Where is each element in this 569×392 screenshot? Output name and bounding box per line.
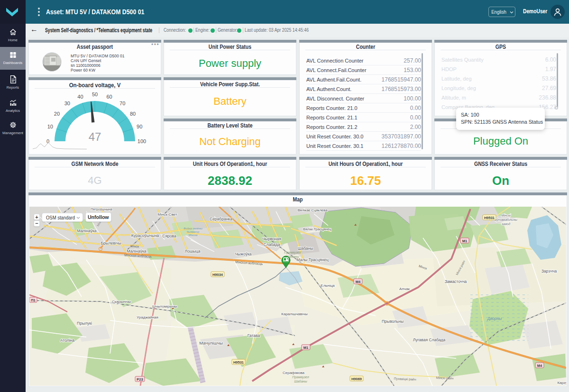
svg-text:50: 50: [92, 91, 98, 97]
svg-text:20: 20: [54, 111, 60, 117]
svg-text:60: 60: [106, 94, 112, 100]
svg-text:Малінаўка: Малінаўка: [127, 249, 146, 254]
svg-text:Мінск: Мінск: [130, 245, 139, 248]
svg-text:Сярова: Сярова: [162, 234, 176, 238]
svg-text:Дворны: Дворны: [487, 316, 502, 321]
svg-text:70: 70: [119, 100, 125, 106]
svg-text:Слабада: Слабада: [264, 242, 280, 247]
svg-text:47: 47: [89, 130, 101, 143]
svg-text:аўтамабільны: аўтамабільны: [495, 218, 518, 222]
svg-text:Прамвузел: Прамвузел: [284, 251, 301, 255]
svg-text:Мачулішчы: Мачулішчы: [199, 340, 223, 346]
svg-text:Скарынічы: Скарынічы: [112, 300, 131, 304]
svg-text:Серабранка: Серабранка: [210, 217, 232, 221]
svg-text:Н9531: Н9531: [233, 360, 244, 365]
svg-text:Н9531: Н9531: [484, 216, 495, 220]
svg-text:Каралішчавічы: Каралішчавічы: [281, 312, 308, 316]
svg-text:Шабаны: Шабаны: [294, 380, 307, 383]
svg-text:М1: М1: [462, 239, 467, 243]
svg-text:Мінскі: Мінскі: [501, 214, 511, 217]
svg-text:Серафімова: Серафімова: [283, 371, 305, 375]
svg-text:Брылевічы: Брылевічы: [101, 241, 121, 246]
svg-text:Чыжоўка: Чыжоўка: [235, 252, 251, 256]
svg-text:10: 10: [47, 124, 53, 129]
svg-text:Атоліна: Атоліна: [60, 338, 74, 343]
svg-text:Лошыца: Лошыца: [185, 249, 201, 254]
svg-text:Прамвузел: Прамвузел: [292, 375, 309, 379]
svg-text:завод: завод: [501, 222, 510, 226]
svg-text:дыяметр: дыяметр: [187, 230, 200, 233]
svg-text:М4: М4: [356, 280, 361, 284]
svg-text:Курасоўшчына: Курасоўшчына: [131, 233, 159, 238]
svg-text:М1: М1: [303, 346, 308, 350]
svg-text:М4: М4: [537, 364, 542, 368]
svg-text:Ельніца: Ельніца: [321, 283, 335, 288]
svg-text:Зарэчча: Зарэчча: [541, 269, 557, 273]
svg-text:Н9069: Н9069: [351, 377, 362, 381]
svg-text:Н9034: Н9034: [212, 273, 223, 277]
svg-text:Апчак: Апчак: [399, 287, 410, 291]
svg-text:Водна-зялёны: Водна-зялёны: [184, 227, 202, 230]
svg-text:Гатава: Гатава: [248, 333, 260, 338]
svg-text:Шчытомірычы: Шчытомірычы: [152, 304, 177, 309]
svg-text:Вялікае Сцяклева: Вялікае Сцяклева: [298, 208, 328, 212]
svg-text:П1: П1: [31, 298, 36, 302]
svg-text:Вялікі Трасцянец: Вялікі Трасцянец: [303, 227, 331, 231]
svg-text:Шабаны: Шабаны: [298, 246, 313, 251]
svg-text:Мінск-Свет: Мінск-Свет: [158, 212, 177, 217]
svg-text:Прылукі: Прылукі: [77, 321, 92, 326]
svg-text:40: 40: [77, 94, 83, 100]
svg-text:Замасточча: Замасточча: [445, 279, 467, 284]
svg-text:100: 100: [138, 138, 146, 144]
svg-text:Малы Трасцянец: Малы Трасцянец: [296, 257, 329, 262]
svg-text:30: 30: [64, 100, 70, 106]
svg-text:90: 90: [137, 124, 142, 129]
svg-text:Чырвоная: Чырвоная: [262, 237, 281, 241]
svg-text:Р23: Р23: [137, 377, 143, 382]
svg-text:Мінска: Мінска: [189, 234, 198, 237]
svg-text:Ураджайная: Ураджайная: [137, 315, 158, 319]
svg-text:Прывольны: Прывольны: [382, 319, 404, 324]
svg-text:Пятроўшчына: Пятроўшчына: [91, 208, 112, 211]
svg-text:Малінаўка: Малінаўка: [77, 228, 96, 233]
svg-text:Карзуны: Карзуны: [557, 381, 566, 385]
svg-text:Лугавая Слабада: Лугавая Слабада: [413, 337, 446, 342]
svg-text:80: 80: [130, 111, 136, 117]
